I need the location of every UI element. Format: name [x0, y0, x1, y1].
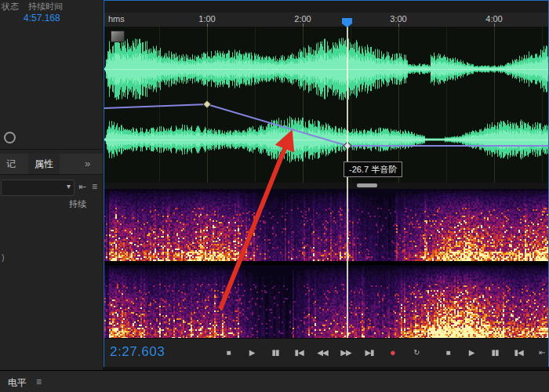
rewind-button[interactable]: ◀◀: [314, 345, 330, 361]
envelope-line[interactable]: [104, 104, 548, 146]
waveform-display[interactable]: [104, 27, 548, 183]
next-button[interactable]: ▶▮: [362, 345, 377, 361]
ruler-unit-label: hms: [108, 14, 125, 24]
stop-button[interactable]: ■: [220, 345, 236, 361]
play-alt-button[interactable]: ▶: [464, 345, 479, 361]
menu-icon[interactable]: ≡: [92, 181, 97, 192]
tab-markers[interactable]: 记: [0, 154, 22, 174]
duration-value: 4:57.168: [24, 13, 60, 24]
levels-panel-title[interactable]: 电平: [8, 376, 27, 390]
skip-to-start-button[interactable]: ▮◀: [511, 345, 526, 361]
properties-panel: 状态 持续时间 4:57.168 记 属性 » ▾ ⇤ ≡ 持续 ): [0, 0, 103, 370]
ruler-tick-label: 2:00: [294, 14, 311, 24]
play-button[interactable]: ▶: [244, 345, 260, 361]
record-button[interactable]: ●: [385, 345, 401, 361]
levels-panel-header: 电平 ≡: [0, 370, 549, 392]
spectrogram-display[interactable]: [104, 189, 548, 338]
status-label: 状态: [2, 1, 19, 13]
time-display[interactable]: 2:27.603: [110, 344, 165, 360]
envelope-tooltip: -26.7 半音阶: [344, 162, 402, 177]
duration-row-label: 持续: [69, 198, 86, 210]
truncated-text: ): [2, 252, 5, 262]
preset-select[interactable]: ▾: [1, 180, 75, 196]
ruler-tick-label: 1:00: [198, 14, 215, 24]
transport-right-buttons: ■ ▶ ▮▮ ▮◀ ⇤: [440, 345, 549, 361]
go-to-beginning-button[interactable]: ⇤: [534, 345, 549, 361]
envelope-keyframe[interactable]: [203, 100, 211, 108]
collapse-icon[interactable]: ⇤: [78, 181, 86, 192]
spectrogram-canvas[interactable]: [104, 189, 548, 338]
duration-header: 持续时间: [28, 1, 63, 13]
pitch-envelope[interactable]: [104, 27, 548, 183]
waveform-editor-panel: hms 1:00 2:00 3:00 4:00 -26.7 半音: [104, 0, 549, 367]
panel-divider: [104, 183, 548, 189]
pause-alt-button[interactable]: ▮▮: [487, 345, 503, 361]
ruler-tick-label: 4:00: [485, 14, 502, 24]
pause-button[interactable]: ▮▮: [267, 345, 283, 361]
timeline-ruler[interactable]: hms 1:00 2:00 3:00 4:00: [104, 13, 548, 27]
editor-header-strip: [104, 1, 548, 13]
circle-icon[interactable]: [4, 132, 16, 143]
audition-app: 状态 持续时间 4:57.168 记 属性 » ▾ ⇤ ≡ 持续 ) hms 1…: [0, 0, 549, 392]
panel-menu-icon[interactable]: ≡: [36, 376, 42, 387]
loop-button[interactable]: ↻: [409, 345, 424, 361]
fade-in-handle[interactable]: [111, 31, 125, 42]
tab-properties[interactable]: 属性: [28, 154, 60, 174]
panel-tab-bar: 记 属性 »: [0, 154, 103, 175]
transport-bar: 2:27.603 ■ ▶ ▮▮ ▮◀ ◀◀ ▶▶ ▶▮ ● ↻ ■ ▶ ▮▮ ▮…: [104, 338, 548, 367]
transport-main-buttons: ■ ▶ ▮▮ ▮◀ ◀◀ ▶▶ ▶▮ ● ↻: [220, 345, 424, 361]
fast-forward-button[interactable]: ▶▶: [338, 345, 354, 361]
scrollbar-thumb[interactable]: [357, 183, 377, 187]
previous-button[interactable]: ▮◀: [291, 345, 307, 361]
chevron-down-icon: ▾: [67, 182, 71, 191]
ruler-tick-label: 3:00: [390, 14, 406, 24]
divider: [0, 149, 103, 150]
stop-alt-button[interactable]: ■: [440, 345, 456, 361]
tab-overflow-chevron[interactable]: »: [85, 154, 90, 174]
playhead-line: [347, 27, 348, 338]
